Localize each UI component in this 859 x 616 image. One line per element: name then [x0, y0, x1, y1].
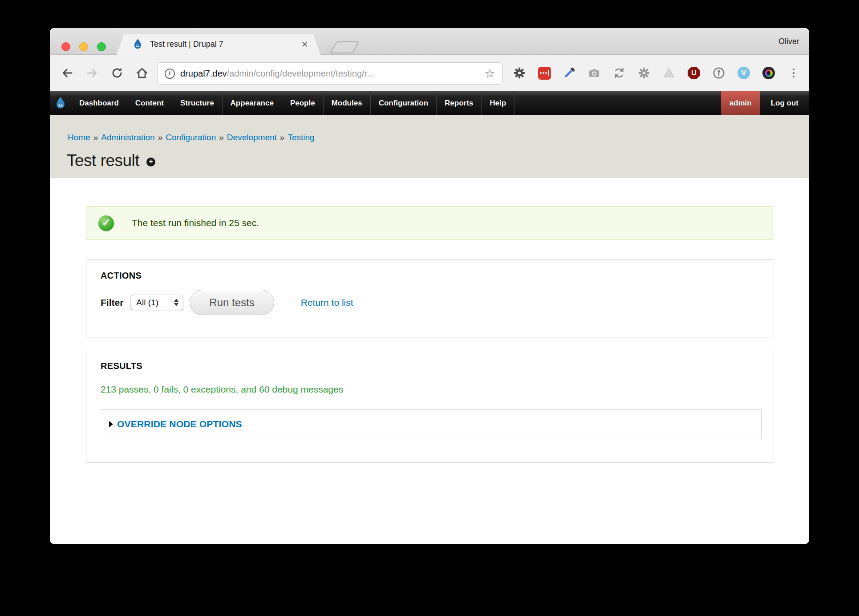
- tab-title: Test result | Drupal 7: [150, 40, 301, 49]
- page-info-icon[interactable]: i: [165, 69, 175, 79]
- userscripts-gear-icon[interactable]: [637, 66, 651, 80]
- results-legend: RESULTS: [101, 361, 142, 371]
- eyedropper-icon[interactable]: [563, 66, 576, 80]
- google-drive-icon[interactable]: [662, 66, 676, 80]
- settings-gear-icon[interactable]: [513, 66, 526, 80]
- browser-profile-name[interactable]: Oliver: [778, 28, 799, 55]
- breadcrumb-configuration[interactable]: Configuration: [166, 133, 216, 142]
- status-message: ✓ The test run finished in 25 sec.: [86, 207, 773, 239]
- browser-nav-toolbar: i drupal7.dev /admin/config/development/…: [50, 55, 809, 91]
- new-tab-button[interactable]: [329, 41, 360, 53]
- status-message-text: The test run finished in 25 sec.: [132, 218, 259, 228]
- breadcrumb-administration[interactable]: Administration: [101, 133, 154, 142]
- filter-label: Filter: [101, 297, 123, 308]
- toolbar-item-configuration[interactable]: Configuration: [371, 91, 437, 115]
- actions-legend: ACTIONS: [101, 271, 142, 281]
- run-tests-button[interactable]: Run tests: [190, 290, 274, 315]
- browser-tab[interactable]: Test result | Drupal 7 ✕: [117, 34, 320, 55]
- toolbar-item-content[interactable]: Content: [127, 91, 172, 115]
- filter-select-value: All (1): [136, 298, 174, 308]
- override-node-options-fieldset[interactable]: OVERRIDE NODE OPTIONS: [100, 409, 762, 439]
- drupal-favicon-icon: [132, 38, 144, 50]
- breadcrumb-separator: »: [280, 133, 285, 142]
- url-host: drupal7.dev: [180, 69, 227, 79]
- address-bar[interactable]: i drupal7.dev /admin/config/development/…: [157, 62, 502, 85]
- desktop-background: Test result | Drupal 7 ✕ Oliver i drupa: [0, 0, 859, 616]
- toolbar-logout[interactable]: Log out: [760, 91, 809, 115]
- breadcrumb-home[interactable]: Home: [68, 133, 90, 142]
- filter-select[interactable]: All (1): [130, 295, 183, 310]
- success-check-icon: ✓: [98, 215, 114, 231]
- extension-row: U V: [513, 66, 800, 80]
- back-icon[interactable]: [61, 66, 74, 80]
- results-fieldset: RESULTS 213 passes, 0 fails, 0 exception…: [86, 350, 773, 463]
- breadcrumb-development[interactable]: Development: [227, 133, 277, 142]
- breadcrumb-separator: »: [219, 133, 224, 142]
- chrome-menu-icon[interactable]: [787, 66, 800, 80]
- camera-lens-icon[interactable]: [762, 66, 775, 80]
- lastpass-icon[interactable]: [538, 66, 551, 80]
- zoom-window-button[interactable]: [97, 42, 106, 51]
- breadcrumb-separator: »: [158, 133, 163, 142]
- override-node-options-link[interactable]: OVERRIDE NODE OPTIONS: [117, 419, 242, 430]
- select-arrows-icon: [174, 299, 178, 306]
- toolbar-spacer: [515, 91, 721, 115]
- browser-titlebar: Test result | Drupal 7 ✕ Oliver: [50, 28, 809, 55]
- drupal-logo-icon[interactable]: [50, 91, 71, 115]
- close-window-button[interactable]: [61, 42, 70, 51]
- screenshot-camera-icon[interactable]: [588, 66, 601, 80]
- breadcrumb-testing[interactable]: Testing: [288, 133, 314, 142]
- toolbar-item-help[interactable]: Help: [482, 91, 515, 115]
- key-vault-icon[interactable]: [712, 66, 725, 80]
- toolbar-item-modules[interactable]: Modules: [324, 91, 371, 115]
- breadcrumb-separator: »: [93, 133, 98, 142]
- toolbar-item-people[interactable]: People: [282, 91, 324, 115]
- ublock-origin-icon[interactable]: U: [687, 66, 701, 80]
- tab-close-icon[interactable]: ✕: [301, 40, 308, 49]
- toolbar-item-reports[interactable]: Reports: [437, 91, 482, 115]
- add-shortcut-icon[interactable]: +: [146, 158, 155, 166]
- home-icon[interactable]: [135, 66, 149, 80]
- minimize-window-button[interactable]: [79, 42, 88, 51]
- vimium-icon[interactable]: V: [737, 66, 750, 80]
- toolbar-item-appearance[interactable]: Appearance: [223, 91, 282, 115]
- actions-fieldset: ACTIONS Filter All (1) Run tests Return …: [86, 259, 773, 337]
- drupal-admin-toolbar: Dashboard Content Structure Appearance P…: [50, 91, 809, 115]
- test-pass-summary: 213 passes, 0 fails, 0 exceptions, and 6…: [101, 384, 343, 395]
- toolbar-user-admin[interactable]: admin: [721, 91, 760, 115]
- collapsed-arrow-icon: [109, 421, 113, 427]
- page-header: Home»Administration»Configuration»Develo…: [50, 115, 809, 178]
- page-title: Test result: [67, 151, 139, 170]
- url-path: /admin/config/development/testing/r...: [227, 69, 481, 79]
- reload-icon[interactable]: [110, 66, 124, 80]
- page-content: ✓ The test run finished in 25 sec. ACTIO…: [50, 178, 809, 544]
- return-to-list-link[interactable]: Return to list: [301, 297, 353, 308]
- browser-window: Test result | Drupal 7 ✕ Oliver i drupa: [50, 28, 809, 544]
- forward-icon[interactable]: [85, 66, 99, 80]
- bookmark-star-icon[interactable]: ☆: [485, 68, 495, 79]
- toolbar-item-structure[interactable]: Structure: [172, 91, 223, 115]
- session-sync-icon[interactable]: [612, 66, 626, 80]
- toolbar-item-dashboard[interactable]: Dashboard: [71, 91, 127, 115]
- breadcrumb: Home»Administration»Configuration»Develo…: [68, 133, 315, 142]
